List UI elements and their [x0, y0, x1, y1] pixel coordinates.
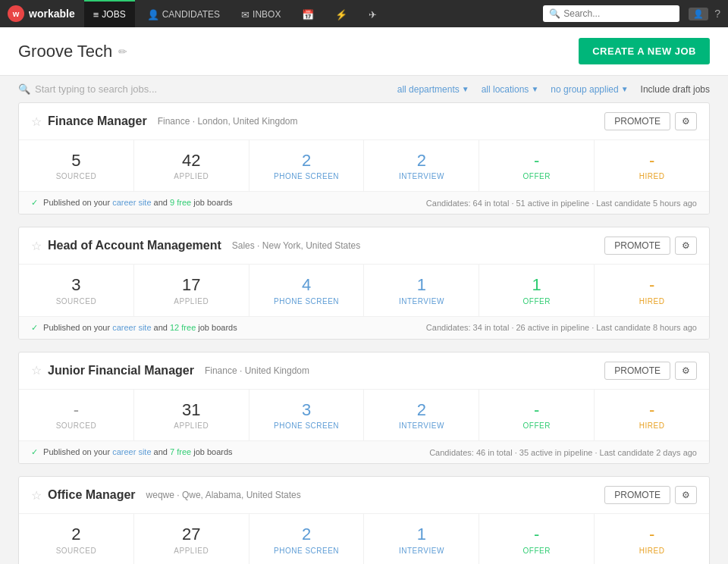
- career-site-link[interactable]: career site: [112, 198, 151, 207]
- nav-tab-activity[interactable]: ✈: [359, 0, 386, 27]
- avatar-icon[interactable]: 👤: [689, 8, 708, 20]
- job-title[interactable]: Finance Manager: [48, 114, 147, 128]
- help-icon[interactable]: ?: [714, 8, 720, 20]
- search-input[interactable]: [563, 8, 673, 19]
- metric-value[interactable]: 4: [256, 275, 358, 295]
- metric-label: INTERVIEW: [370, 421, 472, 430]
- free-count: 7 free: [170, 447, 191, 456]
- metric-label: HIRED: [601, 547, 703, 555]
- edit-company-icon[interactable]: ✏: [118, 45, 127, 58]
- nav-tab-candidates[interactable]: 👤 CANDIDATES: [138, 0, 229, 27]
- page-title-area: Groove Tech ✏: [18, 42, 127, 61]
- metric-cell-hired: - HIRED: [595, 390, 709, 440]
- metric-label: APPLIED: [140, 547, 243, 555]
- promote-button[interactable]: PROMOTE: [604, 112, 670, 130]
- job-title-area: ☆ Junior Financial Manager Finance · Uni…: [31, 363, 309, 378]
- job-title[interactable]: Office Manager: [48, 488, 136, 502]
- metric-value: -: [485, 151, 588, 171]
- candidates-icon: 👤: [147, 9, 159, 20]
- job-title[interactable]: Junior Financial Manager: [48, 364, 194, 378]
- job-meta: Finance · United Kingdom: [205, 365, 309, 376]
- metric-label: APPLIED: [140, 172, 243, 180]
- metric-cell-offer: - OFFER: [479, 514, 595, 564]
- locations-arrow-icon: ▼: [531, 85, 538, 93]
- promote-button[interactable]: PROMOTE: [604, 237, 670, 255]
- group-filter[interactable]: no group applied ▼: [551, 84, 628, 95]
- metric-value: 2: [25, 525, 127, 544]
- metric-value: 17: [140, 275, 243, 295]
- top-navigation: w workable ≡ JOBS 👤 CANDIDATES ✉ INBOX 📅…: [0, 0, 728, 27]
- search-bar[interactable]: 🔍: [543, 5, 679, 22]
- star-icon[interactable]: ☆: [31, 114, 42, 129]
- job-title[interactable]: Head of Account Management: [48, 239, 221, 252]
- metric-label: PHONE SCREEN: [256, 421, 358, 430]
- metric-value[interactable]: 3: [256, 400, 358, 420]
- metric-cell-phone-screen[interactable]: 2 PHONE SCREEN: [249, 514, 365, 564]
- metric-label: PHONE SCREEN: [256, 172, 358, 180]
- nav-tab-jobs[interactable]: ≡ JOBS: [84, 0, 135, 27]
- candidates-summary: Candidates: 64 in total · 51 active in p…: [426, 199, 697, 208]
- card-footer: ✓ Published on your career site and 7 fr…: [19, 441, 709, 463]
- metrics-row: 2 SOURCED 27 APPLIED 2 PHONE SCREEN 1 IN…: [19, 514, 709, 564]
- job-meta: Sales · New York, United States: [232, 240, 360, 251]
- metric-value[interactable]: 2: [256, 151, 358, 171]
- metric-value[interactable]: 1: [370, 275, 472, 295]
- nav-tab-link[interactable]: ⚡: [326, 0, 356, 27]
- star-icon[interactable]: ☆: [31, 488, 42, 503]
- job-actions: PROMOTE ⚙: [604, 362, 697, 380]
- metric-value: -: [601, 151, 703, 171]
- search-jobs-placeholder: Start typing to search jobs...: [35, 83, 157, 95]
- metric-label: APPLIED: [140, 421, 243, 430]
- departments-filter[interactable]: all departments ▼: [397, 84, 469, 95]
- metric-value: -: [601, 400, 703, 420]
- logo-icon: w: [8, 5, 24, 22]
- metric-value: 1: [485, 275, 588, 295]
- metric-cell-interview[interactable]: 2 INTERVIEW: [364, 390, 479, 440]
- metric-cell-interview[interactable]: 1 INTERVIEW: [364, 265, 479, 315]
- star-icon[interactable]: ☆: [31, 363, 42, 378]
- metric-label: HIRED: [601, 172, 703, 180]
- metric-cell-phone-screen[interactable]: 3 PHONE SCREEN: [249, 390, 365, 440]
- star-icon[interactable]: ☆: [31, 239, 42, 253]
- metric-label: SOURCED: [25, 297, 127, 306]
- metric-cell-phone-screen[interactable]: 2 PHONE SCREEN: [249, 140, 365, 191]
- career-site-link[interactable]: career site: [112, 447, 151, 456]
- metric-value[interactable]: 2: [370, 400, 472, 420]
- settings-button[interactable]: ⚙: [675, 486, 697, 504]
- metric-cell-offer: - OFFER: [479, 140, 595, 191]
- promote-button[interactable]: PROMOTE: [604, 362, 670, 380]
- job-card-header: ☆ Junior Financial Manager Finance · Uni…: [19, 352, 709, 390]
- metric-cell-offer: - OFFER: [479, 390, 595, 440]
- settings-button[interactable]: ⚙: [675, 237, 697, 255]
- candidates-summary: Candidates: 46 in total · 35 active in p…: [429, 448, 697, 457]
- metric-cell-interview[interactable]: 1 INTERVIEW: [364, 514, 479, 564]
- metric-value: -: [601, 275, 703, 295]
- job-card-header: ☆ Head of Account Management Sales · New…: [19, 227, 709, 265]
- metric-value[interactable]: 1: [370, 525, 472, 544]
- logo[interactable]: w workable: [8, 5, 75, 22]
- include-drafts-link[interactable]: Include draft jobs: [641, 84, 710, 95]
- metric-value[interactable]: 2: [256, 525, 358, 544]
- promote-button[interactable]: PROMOTE: [604, 486, 670, 504]
- settings-button[interactable]: ⚙: [675, 112, 697, 130]
- career-site-link[interactable]: career site: [112, 323, 151, 332]
- settings-button[interactable]: ⚙: [675, 362, 697, 380]
- metric-cell-phone-screen[interactable]: 4 PHONE SCREEN: [249, 265, 365, 315]
- locations-filter[interactable]: all locations ▼: [482, 84, 539, 95]
- check-icon: ✓: [31, 198, 38, 207]
- metric-value[interactable]: 2: [370, 151, 472, 171]
- metric-label: PHONE SCREEN: [256, 547, 358, 555]
- card-footer: ✓ Published on your career site and 12 f…: [19, 317, 709, 339]
- candidates-summary: Candidates: 34 in total · 26 active in p…: [426, 323, 697, 332]
- free-count: 9 free: [170, 198, 191, 207]
- departments-label: all departments: [397, 84, 460, 95]
- metric-cell-interview[interactable]: 2 INTERVIEW: [364, 140, 479, 191]
- search-jobs-area: 🔍 Start typing to search jobs...: [18, 83, 157, 95]
- jobs-list: ☆ Finance Manager Finance · London, Unit…: [0, 102, 728, 564]
- job-title-area: ☆ Office Manager weqwe · Qwe, Alabama, U…: [31, 488, 301, 503]
- create-new-job-button[interactable]: CREATE A NEW JOB: [579, 38, 710, 64]
- calendar-icon: 📅: [302, 9, 314, 20]
- nav-tab-calendar[interactable]: 📅: [293, 0, 323, 27]
- free-count: 12 free: [170, 323, 196, 332]
- nav-tab-inbox[interactable]: ✉ INBOX: [232, 0, 290, 27]
